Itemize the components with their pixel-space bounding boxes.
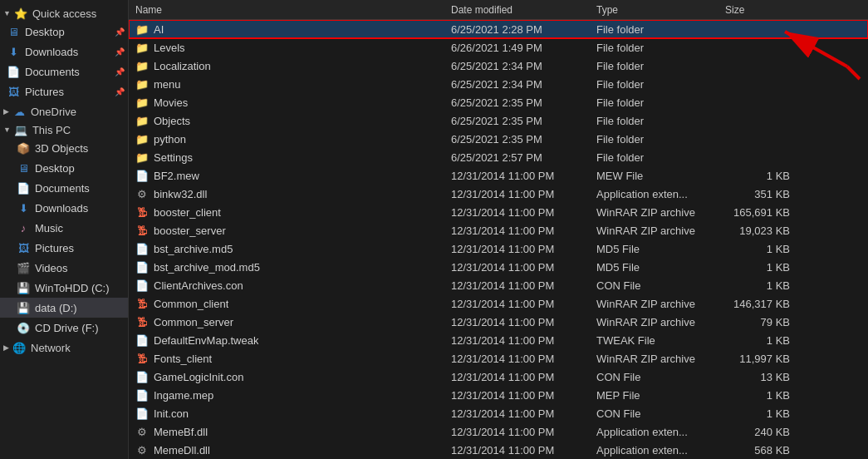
file-size: 1 KB — [722, 243, 797, 255]
col-header-name[interactable]: Name — [132, 2, 448, 17]
sidebar-item-documents-pc[interactable]: 📄 Documents — [0, 178, 128, 198]
col-header-size[interactable]: Size — [722, 2, 797, 17]
table-row[interactable]: 📁 Movies 6/25/2021 2:35 PM File folder — [129, 93, 868, 111]
file-name: menu — [154, 78, 181, 91]
chevron-icon: ▼ — [3, 126, 11, 134]
documents-pc-icon: 📄 — [17, 181, 30, 195]
file-date: 12/31/2014 11:00 PM — [448, 316, 593, 328]
table-row[interactable]: 🗜 Fonts_client 12/31/2014 11:00 PM WinRA… — [129, 349, 868, 368]
file-type: MD5 File — [593, 261, 722, 274]
sidebar-item-documents-qa[interactable]: 📄 Documents 📌 — [0, 62, 128, 81]
file-date: 12/31/2014 11:00 PM — [448, 298, 593, 310]
sidebar-item-data-d[interactable]: 💾 data (D:) — [0, 298, 128, 318]
file-type: Application exten... — [593, 444, 722, 457]
table-row[interactable]: 📁 Settings 6/25/2021 2:57 PM File folder — [129, 148, 868, 166]
col-header-date[interactable]: Date modified — [448, 2, 593, 17]
file-type: Application exten... — [593, 188, 722, 200]
table-row[interactable]: 📄 Init.con 12/31/2014 11:00 PM CON File … — [129, 404, 868, 422]
sidebar-section-quick-access[interactable]: ▼ ⭐ Quick access — [0, 3, 128, 22]
sidebar-item-label: Network — [31, 342, 125, 354]
table-row[interactable]: ⚙ binkw32.dll 12/31/2014 11:00 PM Applic… — [129, 185, 868, 203]
table-row[interactable]: ⚙ MemeDll.dll 12/31/2014 11:00 PM Applic… — [129, 441, 868, 459]
file-date: 6/25/2021 2:35 PM — [448, 96, 593, 109]
file-type: File folder — [593, 42, 722, 54]
file-type: Application exten... — [593, 426, 722, 438]
sidebar-item-wintohdd[interactable]: 💾 WinToHDD (C:) — [0, 278, 128, 298]
file-name: binkw32.dll — [154, 188, 207, 200]
table-row[interactable]: 📁 Levels 6/26/2021 1:49 PM File folder — [129, 38, 868, 57]
file-date: 12/31/2014 11:00 PM — [448, 206, 593, 219]
chevron-icon: ▼ — [3, 9, 11, 17]
file-type: CON File — [593, 279, 722, 292]
sidebar-item-pictures-qa[interactable]: 🖼 Pictures 📌 — [0, 81, 128, 101]
sidebar-section-label: Quick access — [32, 7, 125, 20]
file-size: 13 KB — [722, 371, 797, 383]
file-name: DefaultEnvMap.tweak — [154, 334, 258, 347]
table-row[interactable]: 🗜 Common_client 12/31/2014 11:00 PM WinR… — [129, 294, 868, 313]
sidebar-section-this-pc[interactable]: ▼ 💻 This PC — [0, 120, 128, 138]
file-type: WinRAR ZIP archive — [593, 206, 722, 219]
sidebar-item-videos[interactable]: 🎬 Videos — [0, 258, 128, 278]
file-name: Levels — [154, 42, 185, 54]
file-icon: ⚙ — [135, 187, 149, 200]
sidebar-item-downloads-qa[interactable]: ⬇ Downloads 📌 — [0, 42, 128, 62]
table-row[interactable]: 🗜 Common_server 12/31/2014 11:00 PM WinR… — [129, 313, 868, 331]
table-row[interactable]: 📁 menu 6/25/2021 2:34 PM File folder — [129, 75, 868, 93]
file-icon: 🗜 — [135, 297, 149, 310]
pin-icon: 📌 — [115, 67, 125, 76]
file-size: 1 KB — [722, 389, 797, 402]
sidebar-section-onedrive[interactable]: ▶ ☁ OneDrive — [0, 101, 128, 120]
downloads-pc-icon: ⬇ — [17, 201, 30, 215]
file-date: 6/25/2021 2:34 PM — [448, 60, 593, 72]
file-date: 12/31/2014 11:00 PM — [448, 426, 593, 438]
table-row[interactable]: ⚙ MemeBf.dll 12/31/2014 11:00 PM Applica… — [129, 422, 868, 441]
file-name: Movies — [154, 96, 188, 109]
sidebar-item-desktop-pc[interactable]: 🖥 Desktop — [0, 158, 128, 178]
table-row[interactable]: 📄 bst_archive.md5 12/31/2014 11:00 PM MD… — [129, 239, 868, 258]
sidebar-item-cd-drive[interactable]: 💿 CD Drive (F:) — [0, 318, 128, 338]
sidebar-item-3d-objects[interactable]: 📦 3D Objects — [0, 138, 128, 158]
documents-icon: 📄 — [7, 65, 20, 78]
table-row[interactable]: 📄 BF2.mew 12/31/2014 11:00 PM MEW File 1… — [129, 166, 868, 185]
file-icon: 📄 — [135, 169, 149, 182]
file-date: 12/31/2014 11:00 PM — [448, 353, 593, 365]
sidebar: ▼ ⭐ Quick access 🖥 Desktop 📌 ⬇ Downloads… — [0, 0, 129, 459]
sidebar-item-music[interactable]: ♪ Music — [0, 218, 128, 238]
file-date: 12/31/2014 11:00 PM — [448, 407, 593, 420]
file-icon: 📄 — [135, 242, 149, 255]
table-row[interactable]: 📄 DefaultEnvMap.tweak 12/31/2014 11:00 P… — [129, 331, 868, 349]
table-row[interactable]: 📄 Ingame.mep 12/31/2014 11:00 PM MEP Fil… — [129, 386, 868, 404]
table-row[interactable]: 📄 GameLogicInit.con 12/31/2014 11:00 PM … — [129, 368, 868, 386]
this-pc-icon: 💻 — [14, 123, 27, 136]
file-icon: 📄 — [135, 388, 149, 402]
file-date: 6/25/2021 2:35 PM — [448, 133, 593, 146]
table-row[interactable]: 📁 Localization 6/25/2021 2:34 PM File fo… — [129, 57, 868, 75]
file-name: python — [154, 133, 186, 146]
sidebar-item-label: OneDrive — [31, 106, 125, 118]
file-date: 6/25/2021 2:34 PM — [448, 78, 593, 91]
table-row[interactable]: 📁 Objects 6/25/2021 2:35 PM File folder — [129, 111, 868, 130]
file-name: Objects — [154, 115, 190, 127]
file-icon: 📄 — [135, 333, 149, 347]
col-header-type[interactable]: Type — [593, 2, 722, 17]
file-name: ClientArchives.con — [154, 279, 243, 292]
file-name: Settings — [154, 151, 193, 164]
table-row[interactable]: 📁 AI 6/25/2021 2:28 PM File folder — [129, 20, 868, 38]
table-row[interactable]: 🗜 booster_server 12/31/2014 11:00 PM Win… — [129, 221, 868, 239]
sidebar-item-downloads-pc[interactable]: ⬇ Downloads — [0, 198, 128, 218]
file-icon: 🗜 — [135, 315, 149, 328]
file-icon: 📁 — [135, 151, 149, 164]
table-row[interactable]: 🗜 booster_client 12/31/2014 11:00 PM Win… — [129, 203, 868, 221]
file-icon: 📄 — [135, 279, 149, 292]
sidebar-section-network[interactable]: ▶ 🌐 Network — [0, 338, 128, 356]
sidebar-item-label: Downloads — [35, 202, 125, 215]
file-type: File folder — [593, 151, 722, 164]
table-row[interactable]: 📄 bst_archive_mod.md5 12/31/2014 11:00 P… — [129, 258, 868, 276]
file-date: 12/31/2014 11:00 PM — [448, 371, 593, 383]
sidebar-item-desktop-qa[interactable]: 🖥 Desktop 📌 — [0, 22, 128, 42]
table-row[interactable]: 📁 python 6/25/2021 2:35 PM File folder — [129, 130, 868, 148]
sidebar-item-pictures-pc[interactable]: 🖼 Pictures — [0, 238, 128, 258]
sidebar-item-label: WinToHDD (C:) — [35, 282, 125, 294]
sidebar-item-label: 3D Objects — [35, 142, 125, 155]
table-row[interactable]: 📄 ClientArchives.con 12/31/2014 11:00 PM… — [129, 276, 868, 294]
